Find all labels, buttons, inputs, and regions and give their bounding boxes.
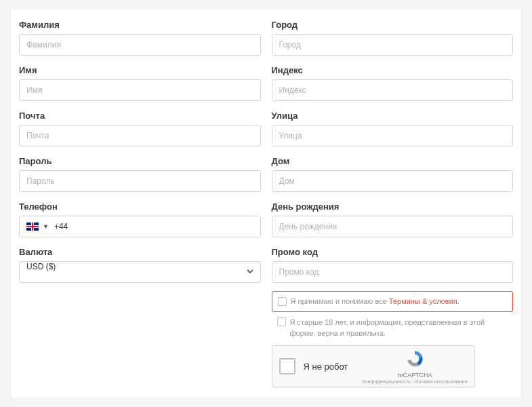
recaptcha-brand: reCAPTCHA [363,372,468,379]
terms-box: Я принимаю и понимаю все Термины & услов… [272,291,514,312]
surname-label: Фамилия [19,20,261,30]
phone-select[interactable]: ▼ +44 [19,216,261,237]
terms-link[interactable]: Термины & условия. [389,297,459,305]
terms-checkbox[interactable] [278,297,287,306]
uk-flag-icon [26,222,39,231]
surname-input[interactable] [19,34,261,56]
recaptcha-checkbox[interactable] [279,358,295,374]
chevron-down-icon: ▼ [43,223,49,230]
email-label: Почта [19,111,261,121]
recaptcha-widget: Я не робот reCAPTCHA Конфиденциальность … [272,345,475,387]
currency-label: Валюта [19,247,261,257]
street-input[interactable] [272,125,514,147]
right-column: Город Индекс Улица Дом День рождения Про [272,20,514,407]
phone-label: Телефон [19,201,261,212]
house-input[interactable] [272,170,514,192]
age-text: Я старше 18 лет, и информация, представл… [290,317,508,338]
house-label: Дом [272,156,514,166]
password-input[interactable] [19,170,261,192]
recaptcha-label: Я не робот [304,362,363,372]
dob-label: День рождения [272,201,514,212]
phone-dial-code: +44 [54,222,68,231]
index-input[interactable] [272,79,514,101]
left-column: Фамилия Имя Почта Пароль Телефон ▼ [19,20,261,407]
recaptcha-icon [403,349,426,368]
index-label: Индекс [272,65,514,75]
registration-card: Фамилия Имя Почта Пароль Телефон ▼ [10,8,522,399]
recaptcha-legal: Конфиденциальность - Условия использован… [363,379,468,384]
currency-value: USD ($) [26,262,56,271]
age-checkbox[interactable] [277,317,286,326]
name-input[interactable] [19,79,261,101]
password-label: Пароль [19,156,261,166]
age-row: Я старше 18 лет, и информация, представл… [272,317,514,338]
name-label: Имя [19,65,261,75]
city-input[interactable] [272,34,514,56]
street-label: Улица [272,111,514,121]
city-label: Город [272,20,514,30]
terms-prefix: Я принимаю и понимаю все [291,297,389,305]
promo-input[interactable] [272,261,514,283]
promo-label: Промо код [272,247,514,257]
terms-text: Я принимаю и понимаю все Термины & услов… [291,296,459,307]
email-input[interactable] [19,125,261,147]
currency-select[interactable]: USD ($) [19,261,261,283]
dob-input[interactable] [272,216,514,237]
